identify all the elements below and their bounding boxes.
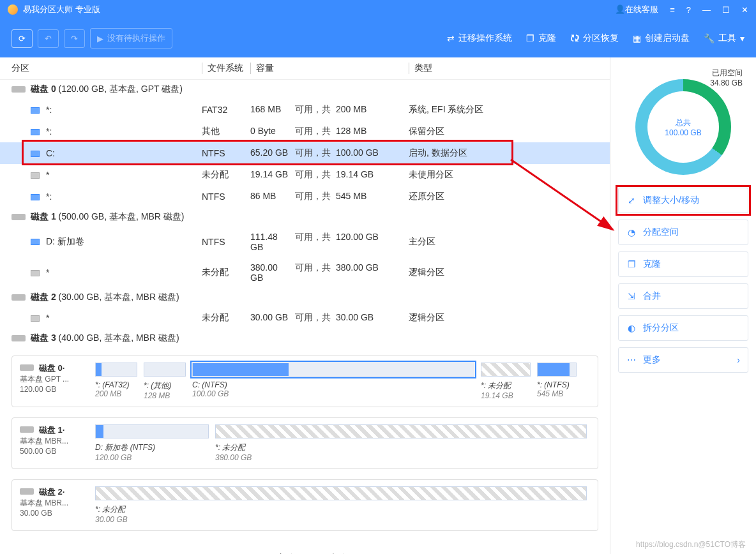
viz-partition[interactable]: D: 新加卷 (NTFS)120.00 GB [95,424,209,462]
minimize-button[interactable]: — [702,5,711,15]
list-icon[interactable]: ≡ [670,5,675,15]
usage-gauge: 已用空间34.80 GB 总共100.00 GB [629,68,737,176]
watermark: https://blog.csdn.n@51CTO博客 [636,539,746,550]
partition-icon [31,151,40,157]
gauge-center-label: 总共 [665,117,701,128]
disk-row[interactable]: 磁盘 2 (30.00 GB, 基本盘, MBR 磁盘) [0,288,610,307]
help-icon[interactable]: ? [686,5,691,15]
viz-bar [95,363,137,377]
disk-icon [11,86,26,93]
partition-recover-label: 分区恢复 [583,33,619,44]
action-clone-label: 克隆 [643,258,661,270]
table-header: 分区 文件系统 容量 类型 [0,57,610,80]
viz-bar [144,363,186,377]
migrate-os-button[interactable]: ⇄迁移操作系统 [447,33,512,44]
clone-action-icon: ❐ [626,259,637,269]
action-more-label: 更多 [643,354,661,366]
action-more[interactable]: ⋯更多› [618,347,748,373]
partition-row[interactable]: *: 其他 0 Byte可用，共128 MB 保留分区 [0,121,610,142]
col-partition[interactable]: 分区 [11,63,202,74]
gauge-used-label: 已用空间 [710,68,743,79]
maximize-button[interactable]: ☐ [722,5,730,15]
disk-viz-card: 磁盘 1·基本盘 MBR...500.00 GBD: 新加卷 (NTFS)120… [11,417,598,469]
content-area: 分区 文件系统 容量 类型 磁盘 0 (120.00 GB, 基本盘, GPT … [0,57,610,554]
col-capacity[interactable]: 容量 [250,63,409,74]
online-cs-label: 在线客服 [625,4,658,14]
viz-partition[interactable]: *: 未分配30.00 GB [95,486,587,524]
disk-viz-card: 磁盘 0·基本盘 GPT ...120.00 GB*: (FAT32)200 M… [11,356,598,407]
partition-row[interactable]: C: NTFS 65.20 GB可用，共100.00 GB 启动, 数据分区 [0,142,610,164]
partition-icon [31,270,40,276]
disk-row[interactable]: 磁盘 3 (40.00 GB, 基本盘, MBR 磁盘) [0,329,610,348]
tools-icon: 🔧 [704,33,714,43]
toolbar: ⟳ ↶ ↷ ▶ 没有待执行操作 ⇄迁移操作系统 ❐克隆 🗘分区恢复 ▦创建启动盘… [0,19,756,57]
more-icon: ⋯ [626,355,637,365]
action-allocate[interactable]: ◔分配空间 [618,220,748,245]
clone-label: 克隆 [538,33,556,44]
partition-row[interactable]: D: 新加卷 NTFS 111.48 GB可用，共120.00 GB 主分区 [0,227,610,257]
viz-partition[interactable]: *: (FAT32)200 MB [95,363,137,398]
refresh-button[interactable]: ⟳ [11,29,33,48]
pending-ops-button[interactable]: ▶ 没有待执行操作 [90,28,172,49]
disk-icon [20,364,34,371]
partition-row[interactable]: *: FAT32 168 MB可用，共200 MB 系统, EFI 系统分区 [0,99,610,121]
disk-viz-card: 磁盘 2·基本盘 MBR...30.00 GB*: 未分配30.00 GB [11,479,598,531]
pending-ops-label: 没有待执行操作 [107,33,165,44]
clone-icon: ❐ [526,33,534,43]
viz-bar [95,424,209,438]
close-button[interactable]: ✕ [741,5,748,15]
partition-row[interactable]: * 未分配 19.14 GB可用，共19.14 GB 未使用分区 [0,164,610,186]
disk-icon [20,488,34,495]
side-panel: 已用空间34.80 GB 总共100.00 GB ⤢调整大小/移动 ◔分配空间 … [610,57,756,554]
action-resize[interactable]: ⤢调整大小/移动 [618,188,748,213]
resize-icon: ⤢ [626,195,637,206]
migrate-icon: ⇄ [447,33,455,43]
redo-button[interactable]: ↷ [64,29,85,48]
viz-bar [215,424,587,438]
partition-icon [31,239,40,245]
viz-bar [481,363,531,377]
disk-icon [11,214,26,220]
disk-icon [11,294,26,301]
gauge-donut: 总共100.00 GB [635,79,731,175]
action-split[interactable]: ◐拆分分区 [618,315,748,341]
viz-bar [95,486,587,500]
boot-icon: ▦ [633,33,641,43]
viz-bar [192,363,474,377]
partition-row[interactable]: * 未分配 30.00 GB可用，共30.00 GB 逻辑分区 [0,307,610,329]
viz-partition[interactable]: *: (NTFS)545 MB [537,363,577,398]
app-logo-icon [8,4,18,15]
viz-bar [537,363,577,377]
recover-icon: 🗘 [570,33,579,43]
action-clone[interactable]: ❐克隆 [618,251,748,277]
app-title: 易我分区大师 专业版 [23,4,615,15]
create-boot-button[interactable]: ▦创建启动盘 [633,33,690,44]
legend: 主分区 未分配 [0,549,610,554]
viz-partition[interactable]: *: 未分配380.00 GB [215,424,587,462]
partition-icon [31,129,40,135]
gauge-center-value: 100.00 GB [665,128,701,137]
viz-partition[interactable]: C: (NTFS)100.00 GB [192,363,474,398]
disk-icon [20,426,34,433]
tools-button[interactable]: 🔧工具 ▾ [704,33,745,44]
col-filesystem[interactable]: 文件系统 [202,63,250,74]
disk-icon [11,335,26,341]
undo-button[interactable]: ↶ [38,29,59,48]
viz-partition[interactable]: *: (其他)128 MB [144,363,186,400]
create-boot-label: 创建启动盘 [645,33,690,44]
partition-icon [31,194,40,200]
action-merge[interactable]: ⇲合并 [618,283,748,309]
partition-recover-button[interactable]: 🗘分区恢复 [570,33,619,44]
online-cs-button[interactable]: 👤在线客服 [615,4,658,15]
partition-icon [31,107,40,114]
action-allocate-label: 分配空间 [643,227,679,238]
col-type[interactable]: 类型 [409,63,598,74]
viz-partition[interactable]: *: 未分配19.14 GB [481,363,531,400]
clone-button[interactable]: ❐克隆 [526,33,556,44]
partition-row[interactable]: *: NTFS 86 MB可用，共545 MB 还原分区 [0,186,610,207]
action-resize-label: 调整大小/移动 [643,195,699,206]
disk-row[interactable]: 磁盘 0 (120.00 GB, 基本盘, GPT 磁盘) [0,80,610,99]
partition-row[interactable]: * 未分配 380.00 GB可用，共380.00 GB 逻辑分区 [0,257,610,288]
disk-row[interactable]: 磁盘 1 (500.00 GB, 基本盘, MBR 磁盘) [0,207,610,227]
action-merge-label: 合并 [643,290,661,302]
